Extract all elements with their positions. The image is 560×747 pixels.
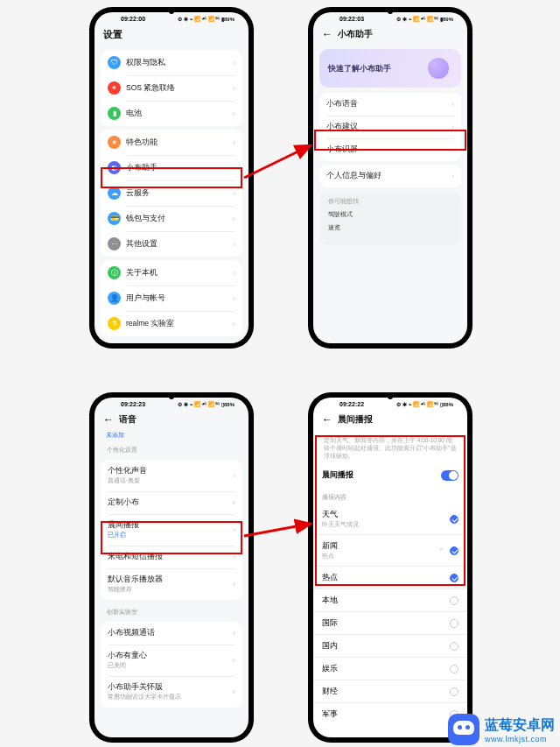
broadcast-list: 天气昨天天气情况新闻热点⌃热点本地国际国内娱乐财经军事: [313, 504, 467, 725]
row-subtext: 智能推荐: [108, 586, 228, 594]
row-suggest[interactable]: 小布建议›: [319, 116, 461, 138]
suggestion-title: 你可能想找: [328, 198, 452, 206]
row-label: 小布建议: [326, 122, 446, 132]
watermark-url: www.lmkjst.com: [485, 735, 555, 743]
row-video-call[interactable]: 小布视频通话›: [101, 622, 242, 645]
suggestion-item[interactable]: 速览: [328, 223, 452, 232]
intro-banner[interactable]: 快速了解小布助手: [319, 49, 461, 88]
row-label: 晨间播报: [108, 520, 228, 531]
assistant-group-2: 个人信息与偏好›: [319, 165, 461, 187]
status-icons: ⚙ ✱ ⌁ 📶 ⁴ᴳ 📶 ⁵ᴳ ▯88%: [178, 401, 234, 407]
broadcast-item-hot[interactable]: 热点: [313, 566, 467, 588]
item-label: 天气: [322, 510, 359, 520]
settings-group-3: ⓘ关于本机›👤用户与帐号›⚗realme 实验室›: [101, 260, 242, 336]
settings-row-battery[interactable]: ▮电池›: [101, 101, 242, 126]
row-screen[interactable]: 小布识屏›: [319, 138, 461, 161]
suggestion-item[interactable]: 驾驶模式: [328, 210, 452, 219]
row-pref[interactable]: 个人信息与偏好›: [319, 165, 461, 187]
clock: 09:22:23: [121, 401, 145, 407]
row-subtext: 已关闭: [108, 662, 228, 670]
broadcast-item-dom[interactable]: 国内: [313, 634, 467, 657]
voice-group-1: 个性化声音普通话·奥梨›定制小布›晨间播报已开启›来电和短信播报›默认音乐播放器…: [101, 460, 242, 600]
morning-toggle-row[interactable]: 晨间播报: [313, 462, 467, 489]
status-icons: ⚙ ✱ ⌁ 📶 ⁴ᴳ 📶 ⁵ᴳ ▯88%: [396, 401, 453, 407]
clock: 09:22:03: [340, 16, 364, 22]
radio-off-icon[interactable]: [450, 687, 458, 696]
chevron-right-icon: ›: [233, 164, 235, 173]
back-icon[interactable]: ←: [322, 28, 332, 40]
chevron-right-icon: ›: [233, 629, 235, 638]
settings-row-account[interactable]: 👤用户与帐号›: [101, 285, 242, 311]
lab-icon: ⚗: [108, 317, 121, 330]
row-label: 默认音乐播放器: [108, 574, 228, 585]
broadcast-item-local[interactable]: 本地: [313, 588, 467, 611]
chevron-right-icon: ›: [233, 84, 235, 93]
settings-row-lab[interactable]: ⚗realme 实验室›: [101, 311, 242, 336]
page-header: ← 晨间播报: [313, 410, 467, 431]
row-label: SOS 紧急联络: [126, 83, 228, 94]
clock: 09:22:22: [340, 401, 364, 407]
back-icon[interactable]: ←: [103, 413, 114, 426]
row-heart[interactable]: 小布有童心已关闭›: [101, 645, 242, 676]
broadcast-item-fin[interactable]: 财经: [313, 680, 467, 702]
broadcast-item-mil[interactable]: 军事: [313, 702, 467, 725]
settings-row-other[interactable]: ⋯其他设置›: [101, 231, 242, 257]
settings-row-cloud[interactable]: ☁云服务›: [101, 180, 242, 206]
row-custom[interactable]: 定制小布›: [101, 491, 242, 514]
chevron-right-icon: ›: [233, 471, 235, 480]
row-label: 云服务: [126, 188, 228, 199]
row-label: 电池: [126, 109, 228, 119]
settings-row-privacy[interactable]: 🛡权限与隐私›: [101, 50, 242, 75]
row-voice[interactable]: 小布语音›: [319, 93, 461, 116]
chevron-right-icon: ›: [452, 145, 454, 154]
chevron-right-icon: ›: [233, 656, 235, 665]
radio-on-icon[interactable]: [450, 546, 458, 555]
row-subtext: 常用功能语汉大字卡片显示: [108, 694, 228, 701]
about-icon: ⓘ: [108, 266, 121, 279]
settings-group-2: ★特色功能›◐小布助手›☁云服务›💳钱包与支付›⋯其他设置›: [101, 130, 242, 257]
settings-row-sos[interactable]: ✶SOS 紧急联络›: [101, 75, 242, 101]
row-label: 特色功能: [126, 137, 228, 148]
broadcast-item-news[interactable]: 新闻热点⌃: [313, 534, 467, 566]
settings-row-wallet[interactable]: 💳钱包与支付›: [101, 206, 242, 231]
page-title: 小布助手: [338, 28, 373, 40]
settings-row-assistant[interactable]: ◐小布助手›: [101, 155, 242, 180]
broadcast-item-ent[interactable]: 娱乐: [313, 657, 467, 680]
sos-icon: ✶: [108, 81, 121, 95]
toggle-switch[interactable]: [441, 470, 458, 481]
status-bar: 09:22:22 ⚙ ✱ ⌁ 📶 ⁴ᴳ 📶 ⁵ᴳ ▯88%: [313, 398, 467, 410]
row-label: 权限与隐私: [126, 58, 228, 68]
group-header: 个性化设置: [94, 441, 248, 456]
broadcast-item-intl[interactable]: 国际: [313, 611, 467, 634]
broadcast-item-weather[interactable]: 天气昨天天气情况: [313, 504, 467, 534]
row-care[interactable]: 小布助手关怀版常用功能语汉大字卡片显示›: [101, 676, 242, 708]
description-text: 定制天气、新闻等内容，并在上午 4:00-10:00 闹铃个播时响起处播报。此功…: [313, 431, 467, 462]
row-label: 关于本机: [126, 268, 228, 278]
row-sms[interactable]: 来电和短信播报›: [101, 546, 242, 568]
page-header: ← 小布助手: [313, 25, 467, 46]
chevron-right-icon: ›: [233, 553, 235, 561]
row-player[interactable]: 默认音乐播放器智能推荐›: [101, 568, 242, 600]
row-label: 其他设置: [126, 239, 228, 250]
row-label: 个人信息与偏好: [326, 171, 446, 181]
radio-off-icon[interactable]: [450, 596, 458, 605]
row-voice-personal[interactable]: 个性化声音普通话·奥梨›: [101, 460, 242, 491]
settings-row-about[interactable]: ⓘ关于本机›: [101, 260, 242, 285]
radio-on-icon[interactable]: [450, 515, 458, 524]
row-label: 小布有童心: [108, 651, 228, 661]
privacy-icon: 🛡: [108, 56, 121, 69]
radio-off-icon[interactable]: [450, 665, 458, 673]
banner-text: 快速了解小布助手: [328, 63, 391, 74]
chevron-right-icon: ›: [233, 498, 235, 507]
row-morning[interactable]: 晨间播报已开启›: [101, 514, 242, 546]
toggle-label: 晨间播报: [322, 469, 354, 481]
radio-off-icon[interactable]: [450, 619, 458, 628]
settings-row-features[interactable]: ★特色功能›: [101, 130, 242, 155]
chevron-right-icon: ›: [233, 59, 235, 67]
row-label: realme 实验室: [126, 319, 228, 329]
row-label: 来电和短信播报: [108, 552, 228, 562]
back-icon[interactable]: ←: [322, 413, 332, 426]
radio-off-icon[interactable]: [450, 642, 458, 651]
radio-on-icon[interactable]: [450, 574, 458, 582]
item-label: 军事: [322, 709, 338, 720]
